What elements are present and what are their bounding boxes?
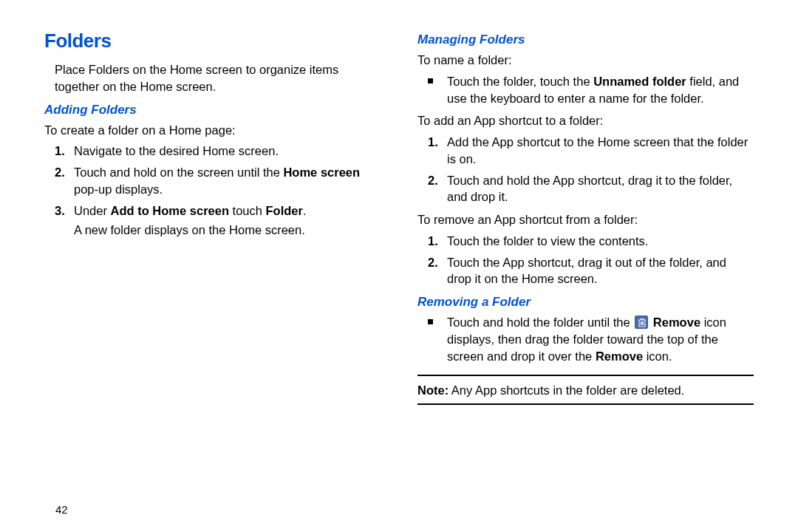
right-column: Managing Folders To name a folder: Touch… bbox=[417, 30, 754, 411]
managing-remove-steps: 1. Touch the folder to view the contents… bbox=[417, 233, 754, 287]
managing-name-bullet: Touch the folder, touch the Unnamed fold… bbox=[428, 73, 754, 107]
managing-remove-lead: To remove an App shortcut from a folder: bbox=[417, 211, 754, 228]
note-text: Note: Any App shortcuts in the folder ar… bbox=[417, 382, 754, 399]
step-number: 1. bbox=[428, 233, 438, 250]
managing-name-bullets: Touch the folder, touch the Unnamed fold… bbox=[417, 73, 754, 107]
managing-remove-step-1: 1. Touch the folder to view the contents… bbox=[428, 233, 754, 250]
step-text: Touch the folder to view the contents. bbox=[447, 234, 648, 248]
step-number: 1. bbox=[55, 143, 65, 160]
step-number: 2. bbox=[428, 254, 438, 271]
step-number: 1. bbox=[428, 134, 438, 151]
managing-remove-step-2: 2. Touch the App shortcut, drag it out o… bbox=[428, 254, 754, 288]
removing-bold2: Remove bbox=[596, 349, 643, 363]
step-number: 2. bbox=[55, 164, 65, 181]
note-rule-top bbox=[417, 375, 754, 376]
managing-add-step-1: 1. Add the App shortcut to the Home scre… bbox=[428, 134, 754, 168]
step-text-post: pop-up displays. bbox=[74, 183, 163, 196]
step-text-mid: touch bbox=[229, 204, 266, 217]
bullet-bold: Unnamed folder bbox=[593, 75, 686, 88]
step-text-post: . bbox=[303, 204, 307, 217]
step-text-bold2: Folder bbox=[266, 204, 303, 217]
adding-lead: To create a folder on a Home page: bbox=[44, 122, 381, 139]
adding-steps: 1. Navigate to the desired Home screen. … bbox=[44, 143, 381, 219]
managing-add-step-2: 2. Touch and hold the App shortcut, drag… bbox=[428, 172, 754, 206]
subsection-removing-folder: Removing a Folder bbox=[417, 295, 754, 310]
removing-post: icon. bbox=[643, 349, 672, 363]
removing-bullets: Touch and hold the folder until the Remo… bbox=[417, 314, 754, 364]
step-text-pre: Under bbox=[74, 204, 111, 217]
step-text: Add the App shortcut to the Home screen … bbox=[447, 135, 748, 166]
folders-intro: Place Folders on the Home screen to orga… bbox=[44, 61, 381, 95]
step-text: Touch and hold the App shortcut, drag it… bbox=[447, 174, 732, 204]
section-title-folders: Folders bbox=[44, 30, 381, 52]
adding-step-3: 3. Under Add to Home screen touch Folder… bbox=[55, 202, 381, 219]
step-text-bold: Home screen bbox=[283, 166, 360, 179]
step-number: 2. bbox=[428, 172, 438, 189]
step-text: Touch the App shortcut, drag it out of t… bbox=[447, 256, 726, 286]
note-label: Note: bbox=[417, 383, 449, 397]
step-number: 3. bbox=[55, 202, 65, 219]
step-text: Navigate to the desired Home screen. bbox=[74, 144, 279, 157]
bullet-pre: Touch the folder, touch the bbox=[447, 75, 593, 88]
adding-step-2: 2. Touch and hold on the screen until th… bbox=[55, 164, 381, 198]
removing-bullet: Touch and hold the folder until the Remo… bbox=[428, 314, 754, 364]
square-bullet-icon bbox=[428, 319, 433, 324]
square-bullet-icon bbox=[428, 78, 433, 83]
subsection-adding-folders: Adding Folders bbox=[44, 103, 381, 117]
note-body: Any App shortcuts in the folder are dele… bbox=[449, 383, 684, 397]
step-text-pre: Touch and hold on the screen until the bbox=[74, 166, 283, 179]
page-number: 42 bbox=[55, 503, 68, 516]
managing-name-lead: To name a folder: bbox=[417, 52, 754, 69]
adding-aftertext: A new folder displays on the Home screen… bbox=[44, 222, 381, 239]
removing-pre: Touch and hold the folder until the bbox=[447, 316, 633, 329]
left-column: Folders Place Folders on the Home screen… bbox=[44, 30, 381, 411]
removing-icon-label: Remove bbox=[653, 316, 700, 329]
managing-add-lead: To add an App shortcut to a folder: bbox=[417, 112, 754, 129]
managing-add-steps: 1. Add the App shortcut to the Home scre… bbox=[417, 134, 754, 205]
subsection-managing-folders: Managing Folders bbox=[417, 33, 754, 47]
adding-step-1: 1. Navigate to the desired Home screen. bbox=[55, 143, 381, 160]
step-text-bold: Add to Home screen bbox=[111, 204, 229, 217]
note-rule-bottom bbox=[417, 403, 754, 405]
trash-icon bbox=[635, 316, 648, 329]
